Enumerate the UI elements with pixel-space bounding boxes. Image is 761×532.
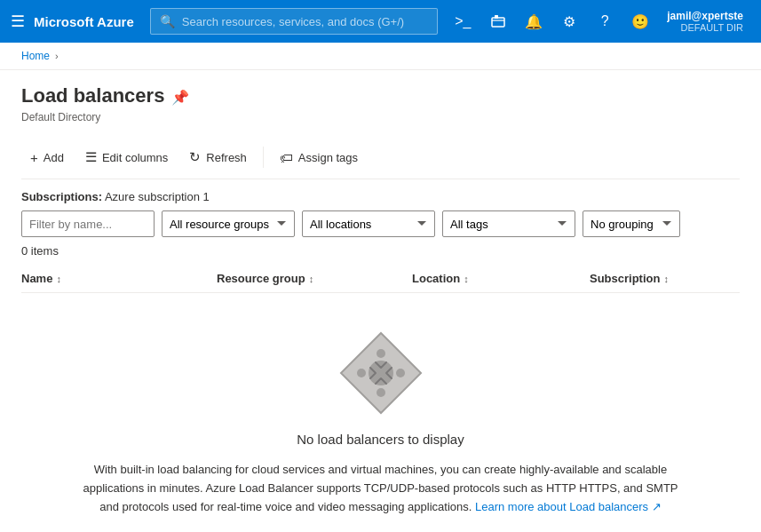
breadcrumb-separator: › <box>55 51 59 61</box>
col-location-header: Location ↕ <box>412 272 590 285</box>
svg-point-4 <box>377 349 385 358</box>
directory-icon[interactable] <box>482 5 514 37</box>
edit-columns-button[interactable]: ☰ Edit columns <box>76 143 177 171</box>
resource-groups-select[interactable]: All resource groups <box>162 210 295 237</box>
page-header: Load balancers 📌 <box>21 84 740 107</box>
col-name-label: Name <box>21 272 52 285</box>
pin-icon[interactable]: 📌 <box>171 89 189 106</box>
search-input[interactable] <box>182 15 428 28</box>
col-resource-group-sort-icon[interactable]: ↕ <box>309 274 314 284</box>
filters-row: Subscriptions: Azure subscription 1 All … <box>21 190 740 237</box>
learn-more-text: Learn more about Load balancers <box>475 500 648 513</box>
refresh-label: Refresh <box>206 151 247 164</box>
col-name-header: Name ↕ <box>21 272 217 285</box>
search-icon: 🔍 <box>160 14 175 28</box>
empty-state-description: With built-in load balancing for cloud s… <box>79 461 683 516</box>
help-icon[interactable]: ? <box>589 5 621 37</box>
col-name-sort-icon[interactable]: ↕ <box>56 274 61 284</box>
filter-controls: All resource groups All locations All ta… <box>21 210 740 237</box>
col-resource-group-label: Resource group <box>217 272 305 285</box>
notifications-icon[interactable]: 🔔 <box>518 5 550 37</box>
locations-select[interactable]: All locations <box>302 210 435 237</box>
user-menu[interactable]: jamil@xpertste DEFAULT DIR <box>660 6 750 36</box>
toolbar-divider <box>263 147 264 168</box>
empty-state: No load balancers to display With built-… <box>21 293 740 532</box>
col-subscription-label: Subscription <box>590 272 660 285</box>
grouping-select[interactable]: No grouping <box>583 210 680 237</box>
feedback-icon[interactable]: 🙂 <box>624 5 656 37</box>
col-resource-group-header: Resource group ↕ <box>217 272 412 285</box>
refresh-icon: ↻ <box>189 149 201 165</box>
col-location-sort-icon[interactable]: ↕ <box>464 274 469 284</box>
top-navigation: ☰ Microsoft Azure 🔍 >_ 🔔 ⚙ ? 🙂 jamil@xpe… <box>0 0 761 43</box>
nav-icon-group: >_ 🔔 ⚙ ? 🙂 jamil@xpertste DEFAULT DIR <box>447 5 750 37</box>
items-count: 0 items <box>21 244 740 258</box>
cloud-shell-icon[interactable]: >_ <box>447 5 479 37</box>
svg-rect-1 <box>495 15 498 19</box>
svg-point-6 <box>357 369 366 377</box>
tag-icon: 🏷 <box>280 150 293 165</box>
toolbar: + Add ☰ Edit columns ↻ Refresh 🏷 Assign … <box>21 136 740 179</box>
hamburger-menu[interactable]: ☰ <box>11 12 25 31</box>
page-title: Load balancers <box>21 84 164 107</box>
subscriptions-key: Subscriptions: <box>21 190 102 203</box>
col-location-label: Location <box>412 272 460 285</box>
subscriptions-label: Subscriptions: Azure subscription 1 <box>21 190 740 203</box>
load-balancer-icon <box>337 329 425 417</box>
learn-more-link[interactable]: Learn more about Load balancers ↗ <box>475 500 662 513</box>
add-label: Add <box>44 151 64 164</box>
subscriptions-value: Azure subscription 1 <box>105 190 210 203</box>
page-subtitle: Default Directory <box>21 111 740 123</box>
brand-name: Microsoft Azure <box>34 14 134 29</box>
edit-columns-label: Edit columns <box>102 151 168 164</box>
col-subscription-sort-icon[interactable]: ↕ <box>663 274 669 284</box>
empty-state-title: No load balancers to display <box>297 432 464 447</box>
table-header: Name ↕ Resource group ↕ Location ↕ Subsc… <box>21 265 740 293</box>
svg-point-5 <box>377 388 385 397</box>
assign-tags-button[interactable]: 🏷 Assign tags <box>271 143 367 171</box>
assign-tags-label: Assign tags <box>298 151 358 164</box>
user-directory: DEFAULT DIR <box>681 22 744 33</box>
svg-point-7 <box>396 369 405 377</box>
add-button[interactable]: + Add <box>21 143 73 171</box>
settings-icon[interactable]: ⚙ <box>553 5 585 37</box>
search-bar[interactable]: 🔍 <box>150 8 438 35</box>
tags-select[interactable]: All tags <box>442 210 575 237</box>
breadcrumb: Home › <box>0 43 761 70</box>
add-icon: + <box>30 150 38 165</box>
columns-icon: ☰ <box>85 149 97 165</box>
user-name: jamil@xpertste <box>667 10 743 22</box>
filter-name-input[interactable] <box>21 210 155 237</box>
refresh-button[interactable]: ↻ Refresh <box>180 143 256 171</box>
main-content: Load balancers 📌 Default Directory + Add… <box>0 70 761 532</box>
svg-point-3 <box>369 361 393 385</box>
col-subscription-header: Subscription ↕ <box>590 272 740 285</box>
svg-rect-0 <box>492 18 504 27</box>
breadcrumb-home[interactable]: Home <box>21 50 50 62</box>
